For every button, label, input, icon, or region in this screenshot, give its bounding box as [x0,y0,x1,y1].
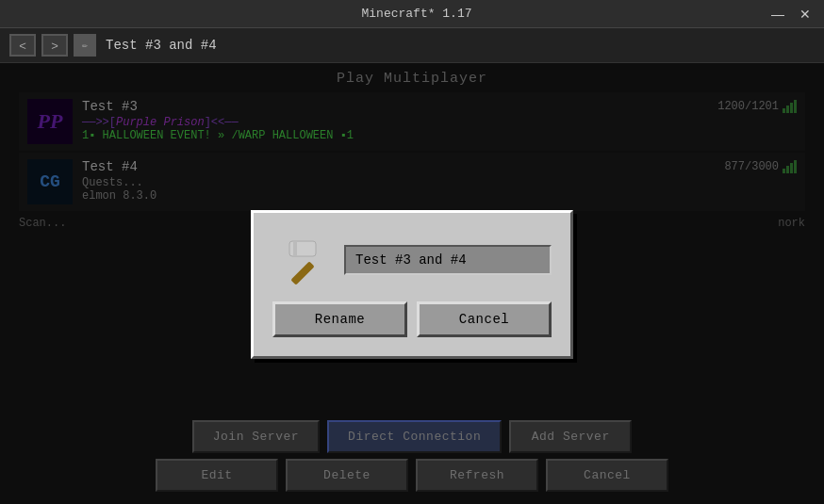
forward-button[interactable]: > [41,34,68,57]
svg-rect-0 [290,261,314,285]
modal-overlay: Rename Cancel [0,63,824,504]
hammer-icon [272,232,329,288]
rename-input[interactable] [344,245,552,275]
svg-rect-3 [293,241,297,256]
dialog-header [272,232,552,288]
rename-cancel-button[interactable]: Cancel [417,301,552,337]
nav-bar: < > ✏ Test #3 and #4 [0,28,824,63]
title-bar: Minecraft* 1.17 — ✕ [0,0,824,28]
rename-confirm-button[interactable]: Rename [272,301,407,337]
back-button[interactable]: < [9,34,36,57]
close-button[interactable]: ✕ [796,7,815,22]
main-content: Play Multiplayer PP Test #3 1200/1201 [0,63,824,504]
window-title: Minecraft* 1.17 [66,7,767,21]
rename-dialog: Rename Cancel [251,210,573,359]
edit-icon: ✏ [74,34,96,57]
minimize-button[interactable]: — [767,7,788,22]
nav-page-title: Test #3 and #4 [106,38,217,53]
dialog-buttons: Rename Cancel [272,301,552,337]
window-controls: — ✕ [767,7,815,22]
